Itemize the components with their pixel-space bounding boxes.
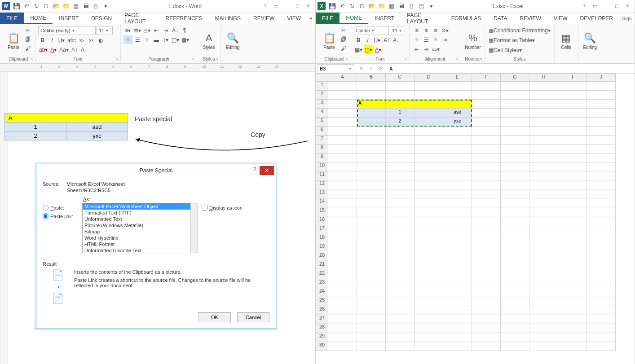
font-color-icon[interactable]: A▾ xyxy=(374,45,383,54)
dec-indent-icon[interactable]: ⇤ xyxy=(412,45,421,53)
cell[interactable] xyxy=(558,127,587,136)
shrink-font-icon[interactable]: A↓ xyxy=(392,36,401,44)
cell[interactable] xyxy=(357,234,386,243)
row-header[interactable]: 16 xyxy=(316,216,328,225)
subscript-icon[interactable]: x₂ xyxy=(77,36,86,44)
redo-icon[interactable]: ↻ xyxy=(31,1,41,11)
cell[interactable]: 1 xyxy=(386,109,415,118)
dialog-close-icon[interactable]: ✕ xyxy=(260,166,274,175)
cell[interactable] xyxy=(558,189,587,198)
list-item[interactable]: Microsoft Excel Worksheet Object xyxy=(83,203,198,210)
cell[interactable] xyxy=(415,234,443,243)
row-header[interactable]: 20 xyxy=(316,252,328,261)
cell[interactable] xyxy=(529,279,558,288)
list-item[interactable]: Picture (Windows Metafile) xyxy=(83,222,198,228)
cell[interactable] xyxy=(357,288,386,297)
tab-file[interactable]: FILE xyxy=(316,13,340,24)
tab-layout[interactable]: PAGE LAYOUT xyxy=(118,13,159,24)
align-right-icon[interactable]: ≡ xyxy=(142,35,151,44)
cell[interactable] xyxy=(529,162,558,171)
cell[interactable] xyxy=(443,324,472,333)
cell[interactable] xyxy=(501,145,529,153)
cell[interactable] xyxy=(328,261,357,270)
font-size-combo[interactable]: 11▾ xyxy=(390,26,404,35)
cell[interactable] xyxy=(415,261,443,270)
cell[interactable] xyxy=(328,207,357,216)
cell[interactable] xyxy=(472,315,501,324)
cell[interactable] xyxy=(558,243,587,252)
save-icon[interactable]: 💾 xyxy=(327,1,337,11)
cell[interactable] xyxy=(443,261,472,270)
cell[interactable] xyxy=(587,252,616,261)
dialog-help-icon[interactable]: ? xyxy=(250,166,260,175)
font-launcher-icon[interactable]: ↘ xyxy=(403,56,408,61)
cell[interactable] xyxy=(386,333,415,342)
copy-icon[interactable]: 🗐 xyxy=(339,35,348,44)
worksheet[interactable]: A B C D E F G H I J 123A41asd52yxc678910… xyxy=(316,74,635,364)
cell[interactable] xyxy=(415,243,443,252)
cell[interactable] xyxy=(415,91,443,100)
undo-icon[interactable]: ↶ xyxy=(22,1,31,11)
tab-mailings[interactable]: MAILINGS xyxy=(209,13,247,24)
cell[interactable] xyxy=(558,297,587,306)
cell[interactable] xyxy=(558,198,587,207)
cell[interactable] xyxy=(472,216,501,225)
col-header[interactable]: J xyxy=(587,74,616,82)
cell[interactable] xyxy=(529,171,558,180)
row-header[interactable]: 26 xyxy=(316,306,328,315)
cell[interactable] xyxy=(472,324,501,333)
cell[interactable] xyxy=(415,180,443,189)
cell[interactable] xyxy=(415,171,443,180)
cell[interactable] xyxy=(587,243,616,252)
row-header[interactable]: 11 xyxy=(316,171,328,180)
tab-review[interactable]: REVIEW xyxy=(247,13,281,24)
inc-indent-icon[interactable]: ⇥ xyxy=(422,45,431,53)
underline-icon[interactable]: U▾ xyxy=(57,36,66,44)
cell[interactable] xyxy=(357,216,386,225)
cell[interactable] xyxy=(501,91,529,100)
strike-icon[interactable]: abc xyxy=(66,36,77,44)
cell[interactable] xyxy=(558,279,587,288)
cell[interactable] xyxy=(587,342,616,351)
cell[interactable] xyxy=(501,100,529,109)
bold-icon[interactable]: B xyxy=(354,36,363,44)
cell[interactable] xyxy=(472,297,501,306)
cell[interactable] xyxy=(558,145,587,153)
cancel-fx-icon[interactable]: ✕ xyxy=(357,66,365,71)
cell[interactable] xyxy=(587,118,616,127)
cells-button[interactable]: ▦Cells xyxy=(557,26,575,56)
cell[interactable] xyxy=(415,342,443,351)
cell[interactable] xyxy=(558,100,587,109)
cell[interactable] xyxy=(558,216,587,225)
cell[interactable] xyxy=(415,109,443,118)
maximize-icon[interactable]: ◻ xyxy=(292,2,303,11)
print-icon[interactable]: ⎙ xyxy=(406,1,416,11)
cell[interactable] xyxy=(501,324,529,333)
ruler-horizontal[interactable]: ·1234567891011121314 xyxy=(0,64,315,72)
align-center-icon[interactable]: ☰ xyxy=(133,35,142,44)
cell[interactable] xyxy=(558,315,587,324)
cell[interactable] xyxy=(386,252,415,261)
cell[interactable] xyxy=(587,162,616,171)
cell[interactable] xyxy=(558,261,587,270)
cell[interactable] xyxy=(529,109,558,118)
cell[interactable] xyxy=(357,279,386,288)
cell[interactable] xyxy=(357,153,386,162)
cell[interactable] xyxy=(415,82,443,91)
tab-developer[interactable]: DEVELOPER xyxy=(574,13,619,24)
cell[interactable] xyxy=(472,100,501,109)
tab-layout[interactable]: PAGE LAYOUT xyxy=(401,13,445,24)
maximize-icon[interactable]: ◻ xyxy=(611,2,622,11)
cell[interactable] xyxy=(415,127,443,136)
paste-radio[interactable]: Paste: xyxy=(43,205,79,211)
cell[interactable] xyxy=(587,225,616,234)
col-header[interactable]: D xyxy=(415,74,443,82)
cell[interactable] xyxy=(357,118,386,127)
cell[interactable] xyxy=(501,297,529,306)
cell[interactable] xyxy=(357,136,386,145)
cell[interactable] xyxy=(587,180,616,189)
cell[interactable] xyxy=(443,225,472,234)
cell[interactable] xyxy=(558,109,587,118)
cell[interactable] xyxy=(587,109,616,118)
row-header[interactable]: 7 xyxy=(316,136,328,145)
